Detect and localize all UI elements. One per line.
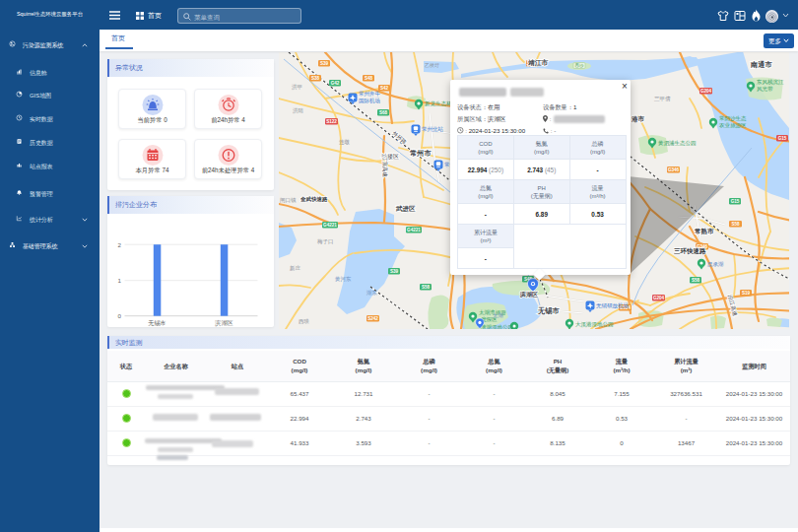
svg-text:无锡市: 无锡市 xyxy=(148,319,166,327)
svg-text:滨湖区: 滨湖区 xyxy=(214,319,233,327)
svg-text:0: 0 xyxy=(118,312,122,319)
svg-text:1: 1 xyxy=(118,277,122,284)
svg-text:2: 2 xyxy=(118,241,122,248)
